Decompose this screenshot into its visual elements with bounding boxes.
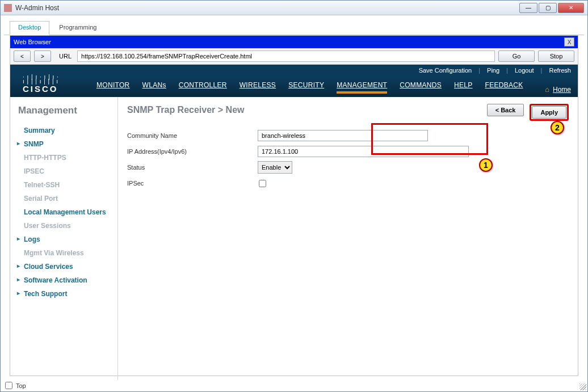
window-title: W-Admin Host [15,4,519,12]
resize-grip[interactable] [579,383,586,390]
callout-1: 1 [479,158,493,172]
url-row: < > URL Go Stop [10,48,578,65]
app-window: W-Admin Host — ▢ ✕ Desktop Programming W… [0,0,588,392]
nav-feedback[interactable]: FEEDBACK [485,81,523,94]
nav-commands[interactable]: COMMANDS [400,81,442,94]
checkbox-top[interactable] [5,382,12,389]
nav-monitor[interactable]: MONITOR [96,81,130,94]
label-status: Status [127,164,258,171]
link-ping[interactable]: Ping [487,67,499,74]
nav-security[interactable]: SECURITY [288,81,324,94]
label-community-name: Community Name [127,132,258,139]
sidebar-item-telnet-ssh: Telnet-SSH [18,179,113,192]
sidebar-item-http-https: HTTP-HTTPS [18,151,113,165]
maximize-button[interactable]: ▢ [539,3,557,13]
apply-highlight: Apply [530,104,569,121]
browser-title: Web Browser [14,39,51,45]
nav-wireless[interactable]: WIRELESS [240,81,276,94]
cisco-header: Save Configuration | Ping | Logout | Ref… [10,65,578,97]
url-input[interactable] [77,50,495,62]
app-favicon [4,4,12,12]
browser-panel: Web Browser X < > URL Go Stop Save Confi… [10,35,578,376]
sidebar-item-snmp[interactable]: SNMP [18,138,113,151]
sidebar-item-ipsec: IPSEC [18,165,113,179]
sidebar-item-tech-support[interactable]: Tech Support [18,288,113,301]
url-label: URL [59,53,72,60]
tab-desktop[interactable]: Desktop [10,21,49,35]
sidebar-item-software-activation[interactable]: Software Activation [18,274,113,288]
nav-controller[interactable]: CONTROLLER [179,81,227,94]
sidebar-item-cloud-services[interactable]: Cloud Services [18,260,113,274]
browser-close-button[interactable]: X [564,37,574,47]
nav-back-button[interactable]: < [14,50,31,62]
select-status[interactable]: Enable [258,161,292,174]
tab-programming[interactable]: Programming [51,21,105,35]
top-tabs: Desktop Programming [4,19,584,35]
nav-help[interactable]: HELP [454,81,473,94]
input-ip-address[interactable] [258,146,469,157]
label-ip-address: IP Address(Ipv4/Ipv6) [127,148,258,155]
checkbox-ipsec[interactable] [259,180,266,187]
minimize-button[interactable]: — [519,3,537,13]
back-button[interactable]: < Back [487,104,524,116]
sidebar-item-summary[interactable]: Summary [18,124,113,138]
bottom-bar: Top [5,382,26,389]
sidebar-item-logs[interactable]: Logs [18,233,113,247]
titlebar: W-Admin Host — ▢ ✕ [1,1,587,15]
sidebar-item-mgmt-via-wireless: Mgmt Via Wireless [18,247,113,260]
sidebar-heading: Management [18,105,113,116]
nav-home[interactable]: Home [553,86,571,94]
input-community-name[interactable] [258,130,428,141]
main-nav: MONITOR WLANs CONTROLLER WIRELESS SECURI… [96,81,545,97]
page-body: Management SummarySNMPHTTP-HTTPSIPSECTel… [10,97,578,380]
main-content: SNMP Trap Receiver > New < Back Apply Co… [118,97,578,380]
sidebar-item-serial-port: Serial Port [18,192,113,206]
link-save-configuration[interactable]: Save Configuration [419,67,472,74]
home-icon: ⌂ [545,85,549,94]
stop-button[interactable]: Stop [538,50,574,62]
sidebar: Management SummarySNMPHTTP-HTTPSIPSECTel… [10,97,118,380]
sidebar-item-local-management-users[interactable]: Local Management Users [18,206,113,220]
link-logout[interactable]: Logout [515,67,534,74]
go-button[interactable]: Go [498,50,535,62]
label-top: Top [16,382,26,389]
close-button[interactable]: ✕ [558,3,584,13]
nav-wlans[interactable]: WLANs [142,81,166,94]
browser-titlebar: Web Browser X [10,36,578,48]
nav-forward-button[interactable]: > [34,50,51,62]
label-ipsec: IPSec [127,180,258,187]
apply-button[interactable]: Apply [532,106,566,119]
callout-2: 2 [551,121,564,134]
cisco-logo: · ı | ı · ı | ı ·ı | | | ı | | | ı CISCO [17,74,96,97]
nav-management[interactable]: MANAGEMENT [337,81,387,94]
sidebar-item-user-sessions: User Sessions [18,220,113,233]
link-refresh[interactable]: Refresh [549,67,571,74]
